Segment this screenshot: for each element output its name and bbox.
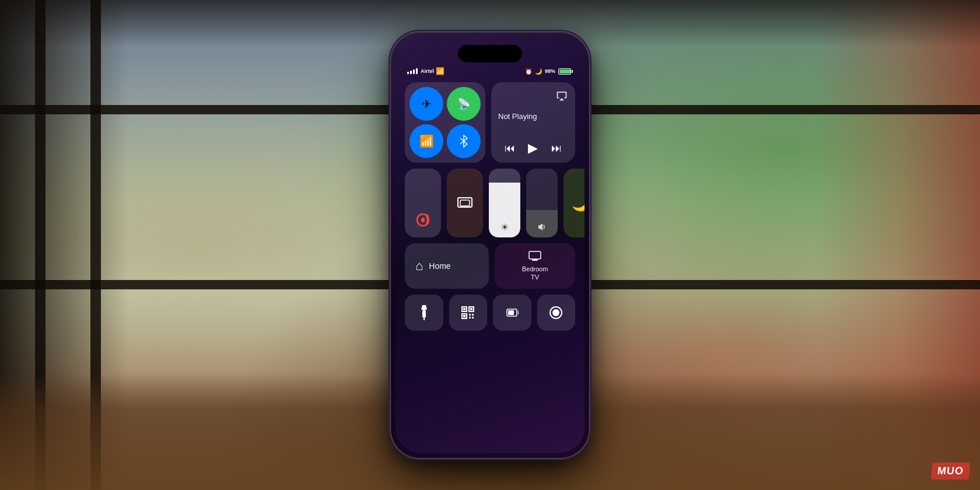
cellular-button[interactable]: 📡 [447, 87, 481, 121]
iphone-device: Airtel 📶 ⏰ 🌙 98% [391, 32, 589, 458]
rewind-button[interactable]: ⏮ [505, 142, 515, 155]
home-icon: ⌂ [415, 258, 423, 274]
svg-rect-18 [472, 317, 474, 318]
media-tile[interactable]: Not Playing ⏮ ▶ ⏭ [491, 82, 575, 163]
bedroom-tv-tile[interactable]: BedroomTV [495, 243, 575, 289]
airplay-button[interactable] [554, 88, 569, 103]
svg-rect-7 [422, 310, 426, 318]
svg-rect-16 [472, 314, 474, 316]
cc-row-2: ☀ 🌙 [405, 169, 575, 237]
svg-rect-4 [529, 251, 541, 259]
status-bar: Airtel 📶 ⏰ 🌙 98% [407, 67, 573, 75]
wifi-button[interactable]: 📶 [410, 124, 443, 158]
battery-tile[interactable] [493, 295, 531, 331]
moon-icon: 🌙 [572, 194, 584, 212]
volume-icon [537, 223, 547, 233]
status-bar-left: Airtel 📶 [407, 67, 444, 75]
tv-label: BedroomTV [522, 265, 548, 281]
cc-row-3: ⌂ Home BedroomTV [405, 243, 575, 289]
status-bar-right: ⏰ 🌙 98% [525, 68, 573, 75]
svg-rect-13 [470, 308, 473, 310]
airplane-mode-button[interactable]: ✈ [410, 87, 443, 121]
battery-fill [559, 69, 570, 74]
signal-bars [407, 68, 418, 74]
home-label: Home [429, 261, 450, 271]
volume-slider[interactable] [526, 169, 558, 237]
tv-icon [528, 251, 541, 264]
iphone-body: Airtel 📶 ⏰ 🌙 98% [391, 32, 589, 458]
brightness-icon: ☀ [501, 222, 509, 233]
fast-forward-button[interactable]: ⏭ [551, 142, 562, 155]
connectivity-tile[interactable]: ✈ 📡 📶 [405, 82, 485, 163]
dynamic-island [458, 45, 522, 62]
media-controls: ⏮ ▶ ⏭ [498, 141, 568, 156]
bluetooth-button[interactable] [447, 124, 481, 158]
iphone-screen: Airtel 📶 ⏰ 🌙 98% [396, 37, 584, 453]
play-button[interactable]: ▶ [528, 141, 538, 156]
svg-rect-14 [463, 315, 466, 317]
signal-bar-2 [410, 71, 412, 74]
alarm-icon: ⏰ [525, 68, 532, 75]
screen-record-tile[interactable] [537, 295, 576, 331]
signal-bar-3 [413, 69, 415, 74]
control-center: ✈ 📡 📶 [405, 82, 575, 436]
rotation-lock-icon [415, 212, 431, 232]
battery-body [558, 68, 571, 75]
screen-mirror-tile[interactable] [447, 169, 483, 237]
cc-row-1: ✈ 📡 📶 [405, 82, 575, 163]
do-not-disturb-tile[interactable]: 🌙 Do Not Disturb On [564, 169, 584, 237]
flashlight-tile[interactable] [405, 295, 443, 331]
svg-rect-12 [463, 308, 466, 310]
wifi-icon: 📶 [436, 67, 444, 75]
brightness-slider[interactable]: ☀ [489, 169, 520, 237]
battery-tip [572, 70, 573, 73]
svg-rect-1 [421, 218, 425, 222]
signal-bar-1 [407, 72, 409, 74]
battery-percent: 98% [545, 68, 555, 74]
svg-rect-20 [518, 311, 519, 314]
svg-rect-21 [508, 310, 514, 315]
carrier-name: Airtel [421, 68, 434, 74]
svg-point-23 [552, 309, 559, 316]
focus-icon: 🌙 [535, 68, 542, 75]
signal-bar-4 [416, 68, 418, 74]
qr-code-tile[interactable] [449, 295, 488, 331]
battery-icon [558, 68, 573, 75]
svg-rect-15 [469, 314, 471, 316]
svg-rect-3 [460, 200, 470, 206]
muo-watermark: MUO [931, 463, 971, 480]
rotation-lock-tile[interactable] [405, 169, 441, 237]
cc-row-4 [405, 295, 575, 331]
home-tile[interactable]: ⌂ Home [405, 243, 489, 289]
svg-rect-17 [469, 317, 471, 318]
